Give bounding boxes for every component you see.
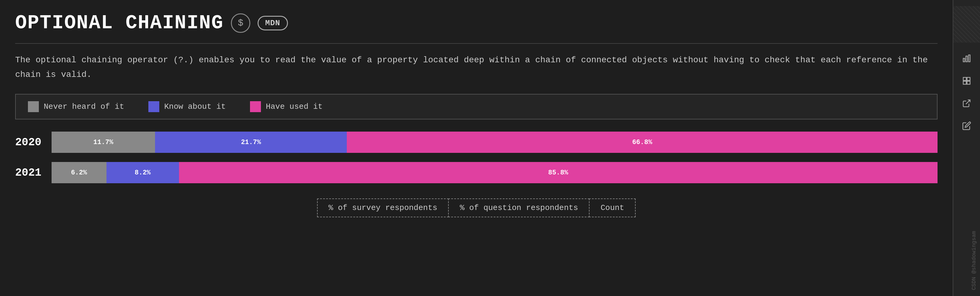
tab-item-2[interactable]: Count	[589, 198, 636, 217]
bar-segment-blue: 21.7%	[155, 131, 347, 153]
legend-item: Never heard of it	[28, 101, 124, 112]
bar-segment-pink: 66.8%	[347, 131, 937, 153]
chart-row: 202011.7%21.7%66.8%	[15, 131, 937, 153]
chart-row: 20216.2%8.2%85.8%	[15, 162, 937, 183]
right-sidebar: CSDN @shadowingsam	[953, 0, 980, 296]
mdn-badge[interactable]: MDN	[258, 16, 288, 30]
svg-rect-4	[967, 77, 970, 80]
grid-icon[interactable]	[957, 71, 976, 91]
chart-year: 2021	[15, 166, 43, 179]
main-content: Optional Chaining $ MDN The optional cha…	[0, 0, 953, 296]
svg-rect-5	[963, 81, 966, 84]
legend-box: Never heard of it Know about it Have use…	[15, 94, 937, 120]
legend-label-grey: Never heard of it	[44, 102, 124, 111]
legend-color-pink	[250, 101, 261, 112]
tab-item-0[interactable]: % of survey respondents	[317, 198, 449, 217]
sidebar-hatch	[953, 6, 980, 43]
svg-rect-0	[963, 58, 965, 62]
title-row: Optional Chaining $ MDN	[15, 12, 937, 34]
bar-container: 11.7%21.7%66.8%	[52, 131, 937, 153]
page-title: Optional Chaining	[15, 12, 224, 34]
bar-chart-icon[interactable]	[957, 49, 976, 68]
tab-item-1[interactable]: % of question respondents	[448, 198, 590, 217]
svg-rect-6	[967, 81, 970, 84]
chart-section: 202011.7%21.7%66.8%20216.2%8.2%85.8%	[15, 131, 937, 183]
bar-container: 6.2%8.2%85.8%	[52, 162, 937, 183]
bar-segment-grey: 11.7%	[52, 131, 155, 153]
svg-rect-2	[969, 55, 970, 62]
edit-icon[interactable]	[957, 116, 976, 136]
external-link-icon[interactable]	[957, 94, 976, 113]
svg-line-7	[966, 100, 970, 104]
dollar-icon: $	[231, 13, 250, 33]
bottom-tabs: % of survey respondents% of question res…	[15, 198, 937, 217]
description-text: The optional chaining operator (?.) enab…	[15, 53, 937, 82]
svg-rect-1	[966, 56, 967, 62]
svg-rect-3	[963, 77, 966, 80]
legend-label-blue: Know about it	[164, 102, 226, 111]
bar-segment-blue: 8.2%	[107, 162, 179, 183]
bar-segment-grey: 6.2%	[52, 162, 107, 183]
legend-color-blue	[148, 101, 159, 112]
legend-item: Have used it	[250, 101, 323, 112]
legend-item: Know about it	[148, 101, 226, 112]
watermark: CSDN @shadowingsam	[971, 231, 977, 290]
bar-segment-pink: 85.8%	[179, 162, 937, 183]
chart-year: 2020	[15, 136, 43, 149]
legend-color-grey	[28, 101, 39, 112]
title-divider	[15, 43, 937, 44]
legend-label-pink: Have used it	[266, 102, 323, 111]
